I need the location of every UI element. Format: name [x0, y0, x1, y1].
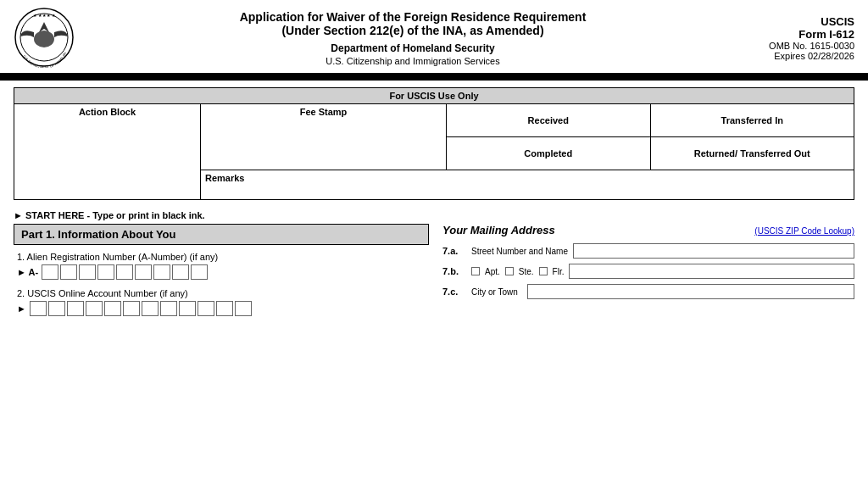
- header-center: Application for Waiver of the Foreign Re…: [81, 10, 744, 66]
- field7b-row: 7.b. Apt. Ste. Flr.: [442, 264, 854, 279]
- seal-container: ★ ★ ★ ★ ★ U.S. DEPARTMENT OF HOMELAND SE…: [14, 7, 81, 70]
- completed-label: Completed: [524, 148, 572, 159]
- online-acct-box-5[interactable]: [104, 301, 121, 316]
- field7c-num: 7.c.: [442, 287, 466, 297]
- main-content: Part 1. Information About You 1. Alien R…: [0, 224, 868, 325]
- svg-point-2: [34, 31, 54, 47]
- a-number-box-7[interactable]: [153, 264, 170, 280]
- main-title: Application for Waiver of the Foreign Re…: [81, 10, 744, 24]
- field1-input-row: ► A-: [17, 264, 426, 280]
- field7a-row: 7.a. Street Number and Name: [442, 243, 854, 259]
- a-number-box-5[interactable]: [116, 264, 133, 280]
- online-acct-box-2[interactable]: [48, 301, 65, 316]
- city-town-input[interactable]: [527, 284, 854, 299]
- omb-label: OMB No. 1615-0030: [744, 41, 854, 51]
- page: ★ ★ ★ ★ ★ U.S. DEPARTMENT OF HOMELAND SE…: [0, 0, 868, 484]
- zip-code-lookup-link[interactable]: (USCIS ZIP Code Lookup): [754, 226, 854, 236]
- apt-checkbox[interactable]: [471, 267, 480, 275]
- a-number-box-1[interactable]: [42, 264, 58, 280]
- field7c-label: City or Town: [471, 287, 522, 297]
- black-bar-divider: [0, 75, 868, 81]
- a-number-box-8[interactable]: [172, 264, 189, 280]
- a-number-box-6[interactable]: [135, 264, 152, 280]
- online-acct-box-11[interactable]: [216, 301, 233, 316]
- action-block-label: Action Block: [79, 107, 136, 117]
- a-number-box-2[interactable]: [60, 264, 77, 280]
- a-number-box-3[interactable]: [79, 264, 96, 280]
- field2-label: 2. USCIS Online Account Number (if any): [17, 288, 426, 298]
- part1-header: Part 1. Information About You: [14, 224, 429, 245]
- mailing-address-header: Your Mailing Address (USCIS ZIP Code Loo…: [442, 224, 854, 236]
- field7a-num: 7.a.: [442, 246, 466, 256]
- field7b-num: 7.b.: [442, 266, 466, 276]
- header-right: USCIS Form I-612 OMB No. 1615-0030 Expir…: [744, 15, 854, 61]
- online-acct-box-7[interactable]: [142, 301, 159, 316]
- online-account-prefix: ►: [17, 303, 26, 314]
- mailing-address-title: Your Mailing Address: [442, 224, 555, 236]
- main-title-line2: (Under Section 212(e) of the INA, as Ame…: [81, 24, 744, 37]
- flr-checkbox[interactable]: [539, 267, 548, 275]
- dhs-seal-icon: ★ ★ ★ ★ ★ U.S. DEPARTMENT OF HOMELAND SE…: [14, 7, 75, 68]
- expires-label: Expires 02/28/2026: [744, 51, 854, 61]
- ste-checkbox[interactable]: [505, 267, 514, 275]
- left-column: Part 1. Information About You 1. Alien R…: [14, 224, 429, 325]
- a-number-prefix: ► A-: [17, 267, 38, 277]
- online-acct-box-4[interactable]: [86, 301, 103, 316]
- agency-label: U.S. Citizenship and Immigration Service…: [81, 56, 744, 66]
- uscis-use-only-header: For USCIS Use Only: [389, 91, 478, 101]
- online-acct-box-1[interactable]: [30, 301, 47, 316]
- a-number-box-4[interactable]: [97, 264, 114, 280]
- online-acct-box-10[interactable]: [198, 301, 214, 316]
- form-id-label: Form I-612: [744, 28, 854, 41]
- online-acct-box-3[interactable]: [67, 301, 84, 316]
- received-label: Received: [528, 115, 569, 125]
- department-label: Department of Homeland Security: [81, 42, 744, 54]
- field1-label: 1. Alien Registration Number (A-Number) …: [17, 252, 426, 262]
- apt-label: Apt.: [485, 267, 500, 276]
- a-number-input-boxes: [42, 264, 208, 280]
- flr-label: Flr.: [553, 267, 565, 276]
- remarks-label: Remarks: [205, 173, 244, 183]
- apt-ste-flr-input[interactable]: [569, 264, 854, 279]
- online-acct-box-6[interactable]: [123, 301, 140, 316]
- uscis-use-only-table: For USCIS Use Only Action Block Fee Stam…: [14, 87, 854, 200]
- online-account-input-boxes: [30, 301, 252, 316]
- right-column: Your Mailing Address (USCIS ZIP Code Loo…: [442, 224, 854, 325]
- online-acct-box-8[interactable]: [160, 301, 177, 316]
- header: ★ ★ ★ ★ ★ U.S. DEPARTMENT OF HOMELAND SE…: [0, 0, 868, 75]
- field7a-label: Street Number and Name: [471, 247, 568, 256]
- start-here-text: ► START HERE - Type or print in black in…: [0, 207, 868, 224]
- ste-label: Ste.: [519, 267, 534, 276]
- field2-container: 2. USCIS Online Account Number (if any) …: [14, 288, 429, 316]
- transferred-in-label: Transferred In: [721, 115, 783, 125]
- field2-input-row: ►: [17, 301, 426, 316]
- online-acct-box-12[interactable]: [235, 301, 252, 316]
- a-number-box-9[interactable]: [191, 264, 208, 280]
- field1-container: 1. Alien Registration Number (A-Number) …: [14, 252, 429, 280]
- fee-stamp-label: Fee Stamp: [300, 107, 348, 117]
- uscis-label: USCIS: [744, 15, 854, 28]
- online-acct-box-9[interactable]: [179, 301, 196, 316]
- street-number-input[interactable]: [573, 243, 854, 259]
- svg-text:★ ★ ★ ★ ★: ★ ★ ★ ★ ★: [33, 13, 56, 18]
- returned-label: Returned/ Transferred Out: [694, 148, 810, 159]
- field7c-row: 7.c. City or Town: [442, 284, 854, 299]
